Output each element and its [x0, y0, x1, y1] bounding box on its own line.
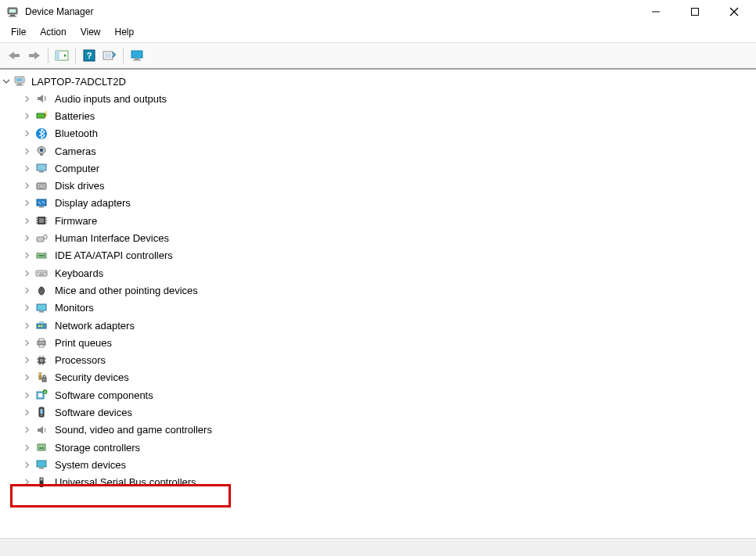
status-bar: [0, 538, 756, 556]
close-button[interactable]: [723, 3, 745, 20]
menu-view[interactable]: View: [74, 25, 107, 39]
svg-rect-29: [37, 164, 46, 170]
tree-category-node[interactable]: System devices: [0, 456, 756, 473]
tree-category-node[interactable]: Firmware: [0, 212, 756, 229]
chevron-right-icon[interactable]: [22, 285, 31, 295]
tree-category-node[interactable]: Processors: [0, 351, 756, 368]
tree-root-label: LAPTOP-7ADCLT2D: [30, 75, 128, 88]
chevron-right-icon[interactable]: [22, 216, 31, 225]
svg-rect-79: [42, 378, 46, 382]
tree-category-node[interactable]: Batteries: [0, 107, 756, 124]
tree-category-node[interactable]: Network adapters: [0, 317, 756, 334]
audio-icon: [34, 91, 49, 106]
svg-rect-63: [41, 325, 42, 327]
menu-help[interactable]: Help: [109, 25, 141, 39]
chevron-down-icon[interactable]: [2, 77, 11, 86]
tree-category-label: Print queues: [53, 336, 113, 350]
nav-forward-button[interactable]: [25, 46, 44, 65]
maximize-button[interactable]: [684, 3, 706, 20]
scan-hardware-button[interactable]: [100, 46, 119, 65]
svg-rect-30: [39, 171, 44, 173]
tree-category-node[interactable]: +Software components: [0, 386, 756, 404]
usb-icon: [34, 475, 49, 490]
svg-rect-91: [40, 478, 43, 481]
tree-category-node[interactable]: Monitors: [0, 300, 756, 317]
tree-category-node[interactable]: Storage controllers: [0, 439, 756, 456]
tree-root-node[interactable]: LAPTOP-7ADCLT2D: [0, 73, 756, 90]
chevron-right-icon[interactable]: [22, 390, 31, 400]
svg-rect-17: [135, 59, 139, 60]
tree-category-node[interactable]: Disk drives: [0, 177, 756, 194]
chevron-right-icon[interactable]: [22, 129, 31, 138]
chevron-right-icon[interactable]: [22, 407, 31, 417]
svg-rect-15: [105, 53, 111, 58]
menu-file[interactable]: File: [5, 25, 32, 39]
tree-category-label: IDE ATA/ATAPI controllers: [53, 249, 175, 262]
monitor-button[interactable]: [128, 46, 146, 65]
storage-icon: [34, 440, 49, 454]
minimize-button[interactable]: [645, 3, 667, 20]
tree-category-label: Firmware: [53, 214, 99, 228]
chevron-right-icon[interactable]: [22, 234, 31, 243]
tree-category-label: Audio inputs and outputs: [53, 92, 168, 106]
tree-category-label: Network adapters: [53, 319, 136, 332]
tree-category-label: Cameras: [53, 145, 98, 158]
tree-category-node[interactable]: Software devices: [0, 404, 756, 421]
tree-category-node[interactable]: Keyboards: [0, 264, 756, 282]
svg-rect-94: [41, 479, 42, 480]
svg-rect-59: [39, 311, 44, 313]
tree-category-node[interactable]: Human Interface Devices: [0, 229, 756, 246]
printer-icon: [34, 335, 49, 350]
tree-category-label: Bluetooth: [53, 127, 99, 140]
chevron-right-icon[interactable]: [22, 356, 31, 365]
chevron-right-icon[interactable]: [22, 268, 31, 278]
menu-action[interactable]: Action: [34, 25, 72, 39]
svg-rect-23: [37, 113, 45, 118]
svg-rect-90: [39, 468, 44, 469]
chevron-right-icon[interactable]: [22, 443, 31, 452]
tree-category-node[interactable]: Mice and other pointing devices: [0, 282, 756, 299]
tree-category-node[interactable]: Cameras: [0, 142, 756, 160]
svg-rect-68: [40, 359, 43, 362]
chevron-right-icon[interactable]: [22, 373, 31, 382]
svg-rect-5: [692, 9, 699, 16]
svg-rect-45: [44, 235, 47, 239]
tree-category-node[interactable]: Sound, video and game controllers: [0, 421, 756, 439]
chevron-right-icon[interactable]: [22, 251, 31, 260]
nav-back-button[interactable]: [5, 46, 23, 65]
tree-category-node[interactable]: Bluetooth: [0, 125, 756, 142]
chevron-right-icon[interactable]: [22, 146, 31, 156]
tree-category-label: Universal Serial Bus controllers: [53, 475, 198, 489]
chevron-right-icon[interactable]: [22, 111, 31, 120]
chevron-right-icon[interactable]: [22, 163, 31, 173]
chevron-right-icon[interactable]: [22, 321, 31, 330]
chevron-right-icon[interactable]: [22, 303, 31, 313]
tree-category-node[interactable]: Audio inputs and outputs: [0, 90, 756, 107]
chevron-right-icon[interactable]: [22, 478, 31, 487]
tree-category-node[interactable]: IDE ATA/ATAPI controllers: [0, 247, 756, 264]
chevron-right-icon[interactable]: [22, 181, 31, 191]
tree-category-node[interactable]: Security devices: [0, 369, 756, 386]
chevron-right-icon[interactable]: [22, 94, 31, 103]
tree-category-label: Processors: [53, 353, 107, 367]
tree-category-node[interactable]: Universal Serial Bus controllers: [0, 474, 756, 491]
tree-category-node[interactable]: Print queues: [0, 334, 756, 351]
toolbar: ?: [0, 43, 756, 70]
chevron-right-icon[interactable]: [22, 338, 31, 347]
svg-rect-61: [39, 321, 44, 324]
chevron-right-icon[interactable]: [22, 460, 31, 469]
tree-category-label: Computer: [53, 162, 101, 175]
display-icon: [34, 196, 49, 210]
svg-rect-34: [37, 199, 46, 206]
chevron-right-icon[interactable]: [22, 425, 31, 435]
chevron-right-icon[interactable]: [22, 199, 31, 208]
show-hide-console-tree-button[interactable]: [52, 46, 71, 65]
device-tree[interactable]: LAPTOP-7ADCLT2D Audio inputs and outputs…: [0, 70, 756, 523]
processor-icon: [34, 353, 49, 368]
tree-category-node[interactable]: Computer: [0, 160, 756, 177]
svg-text:?: ?: [87, 51, 92, 60]
network-icon: [34, 318, 49, 332]
tree-category-node[interactable]: Display adapters: [0, 195, 756, 212]
camera-icon: [34, 144, 49, 158]
help-button[interactable]: ?: [80, 46, 99, 65]
